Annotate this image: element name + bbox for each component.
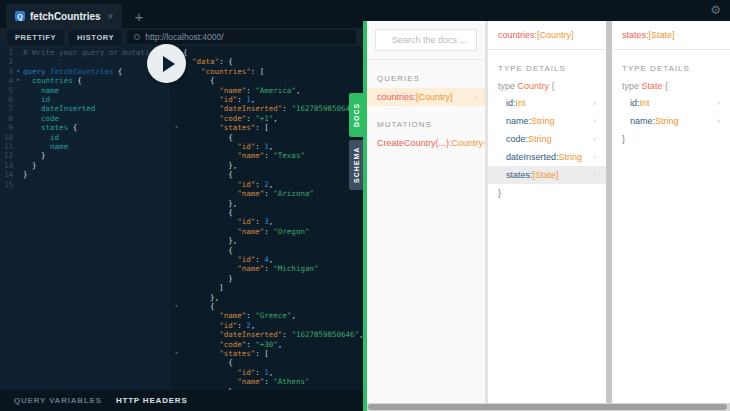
response-line: "code": "+30", — [170, 340, 363, 349]
type-close-brace: } — [488, 184, 606, 202]
history-button[interactable]: HISTORY — [69, 30, 122, 45]
response-line: "name": "Greece", — [170, 311, 363, 320]
response-line: "id": 3, — [170, 217, 363, 226]
doc-field-item[interactable]: code: String› — [488, 130, 606, 148]
fold-arrow-icon[interactable]: ▾ — [170, 349, 183, 358]
fold-arrow-icon[interactable]: ▾ — [13, 76, 23, 85]
endpoint-status-icon — [134, 34, 140, 40]
response-line: "name": "Texas" — [170, 151, 363, 160]
docs-root-column: QUERIEScountries: [Country]›MUTATIONSCre… — [367, 21, 485, 411]
docs-section-label: MUTATIONS — [377, 120, 475, 129]
http-headers-tab[interactable]: HTTP HEADERS — [116, 396, 188, 405]
fold-arrow-icon[interactable]: ▾ — [170, 302, 183, 311]
response-line: "dateInserted": "1627859850646", — [170, 330, 363, 339]
response-line: { — [170, 246, 363, 255]
docs-section-label: TYPE DETAILS — [498, 64, 596, 73]
docs-section-label: TYPE DETAILS — [622, 64, 720, 73]
bottom-bar: QUERY VARIABLES HTTP HEADERS — [0, 390, 363, 411]
chevron-right-icon: › — [593, 98, 596, 108]
toolbar: PRETTIFY HISTORY http://localhost:4000/ — [0, 28, 363, 46]
docs-search-input[interactable] — [375, 29, 477, 51]
docs-divider[interactable] — [363, 21, 367, 411]
chevron-right-icon: › — [474, 92, 477, 102]
response-line: { — [170, 208, 363, 217]
query-line: 10 id — [0, 133, 170, 142]
response-line: "dateInserted": "1627859850646", — [170, 104, 363, 113]
query-line: 15 — [0, 180, 170, 189]
response-line: "id": 2, — [170, 321, 363, 330]
response-line: "name": "Athens" — [170, 377, 363, 386]
response-line: "id": 1, — [170, 368, 363, 377]
response-line: ▾ { — [170, 302, 363, 311]
type-declaration: type Country { — [488, 78, 606, 94]
chevron-right-icon: › — [717, 98, 720, 108]
query-editor[interactable]: 1# Write your query or mutation here23▾q… — [0, 46, 170, 390]
docs-search-wrap — [367, 21, 485, 60]
chevron-right-icon: › — [593, 152, 596, 162]
playground-panel: Q fetchCountries × + PRETTIFY HISTORY ht… — [0, 0, 363, 411]
settings-gear-icon[interactable]: ⚙ — [710, 3, 721, 17]
response-line: ▾ "data": { — [170, 57, 363, 66]
doc-field-item[interactable]: dateInserted: String› — [488, 148, 606, 166]
response-line: ▾ "countries": [ — [170, 67, 363, 76]
query-line: 5 name — [0, 86, 170, 95]
response-line: { — [170, 133, 363, 142]
endpoint-url-bar[interactable]: http://localhost:4000/ — [127, 30, 356, 44]
docs-panel: QUERIEScountries: [Country]›MUTATIONSCre… — [367, 21, 730, 411]
response-line: "id": 1, — [170, 95, 363, 104]
response-line: { — [170, 358, 363, 367]
fold-arrow-icon[interactable]: ▾ — [170, 123, 183, 132]
play-icon — [163, 56, 175, 72]
docs-scrollbar-thumb[interactable] — [368, 404, 727, 410]
doc-field-item[interactable]: name: String› — [612, 112, 730, 130]
response-line: "code": "+1", — [170, 114, 363, 123]
response-line: ▾ "states": [ — [170, 349, 363, 358]
chevron-right-icon: › — [593, 170, 596, 180]
chevron-right-icon: › — [717, 116, 720, 126]
response-line: "name": "Arizona" — [170, 189, 363, 198]
response-line: }, — [170, 236, 363, 245]
docs-side-tab[interactable]: DOCS — [349, 93, 363, 137]
response-line: ] — [170, 283, 363, 292]
response-line: "name": "Oregon" — [170, 227, 363, 236]
doc-item[interactable]: countries: [Country]› — [367, 88, 485, 106]
query-line: 2 — [0, 57, 170, 66]
docs-column-header: countries: [Country] — [488, 21, 606, 50]
response-line: "id": 2, — [170, 180, 363, 189]
response-line: }, — [170, 161, 363, 170]
response-line: ▾{ — [170, 48, 363, 57]
doc-field-item[interactable]: id: Int› — [612, 94, 730, 112]
query-variables-tab[interactable]: QUERY VARIABLES — [14, 396, 102, 405]
new-tab-button[interactable]: + — [134, 8, 143, 28]
doc-field-item[interactable]: id: Int› — [488, 94, 606, 112]
execute-query-button[interactable] — [147, 44, 186, 83]
query-line: 14} — [0, 170, 170, 179]
chevron-right-icon: › — [593, 116, 596, 126]
tab-title: fetchCountries — [30, 11, 101, 22]
fold-arrow-icon[interactable]: ▾ — [13, 67, 23, 76]
query-line: 8 code — [0, 114, 170, 123]
response-line: "id": 4, — [170, 255, 363, 264]
docs-country-column: countries: [Country]TYPE DETAILStype Cou… — [488, 21, 606, 411]
doc-field-item[interactable]: name: String› — [488, 112, 606, 130]
type-declaration: type State { — [612, 78, 730, 94]
doc-field-item[interactable]: states: [State]› — [488, 166, 606, 184]
query-line: 7 dateInserted — [0, 104, 170, 113]
doc-item[interactable]: CreateCountry(...): Country› — [367, 134, 485, 152]
schema-side-tab[interactable]: SCHEMA — [349, 140, 363, 190]
query-line: 4▾ countries { — [0, 76, 170, 85]
docs-column-header: states: [State] — [612, 21, 730, 50]
response-line: "id": 1, — [170, 142, 363, 151]
prettify-button[interactable]: PRETTIFY — [7, 30, 64, 45]
response-line: ▾ { — [170, 76, 363, 85]
tab-fetchcountries[interactable]: Q fetchCountries × — [6, 4, 122, 28]
type-close-brace: } — [612, 130, 730, 148]
editor-workspace: 1# Write your query or mutation here23▾q… — [0, 46, 363, 390]
tab-bar: Q fetchCountries × + — [0, 0, 363, 28]
query-line: 13 } — [0, 161, 170, 170]
response-viewer: ▾{▾ "data": {▾ "countries": [▾ { "name":… — [170, 46, 363, 390]
top-right-bar: ⚙ — [363, 0, 730, 21]
close-tab-icon[interactable]: × — [108, 11, 114, 22]
response-line: { — [170, 170, 363, 179]
query-line: 1# Write your query or mutation here — [0, 48, 170, 57]
